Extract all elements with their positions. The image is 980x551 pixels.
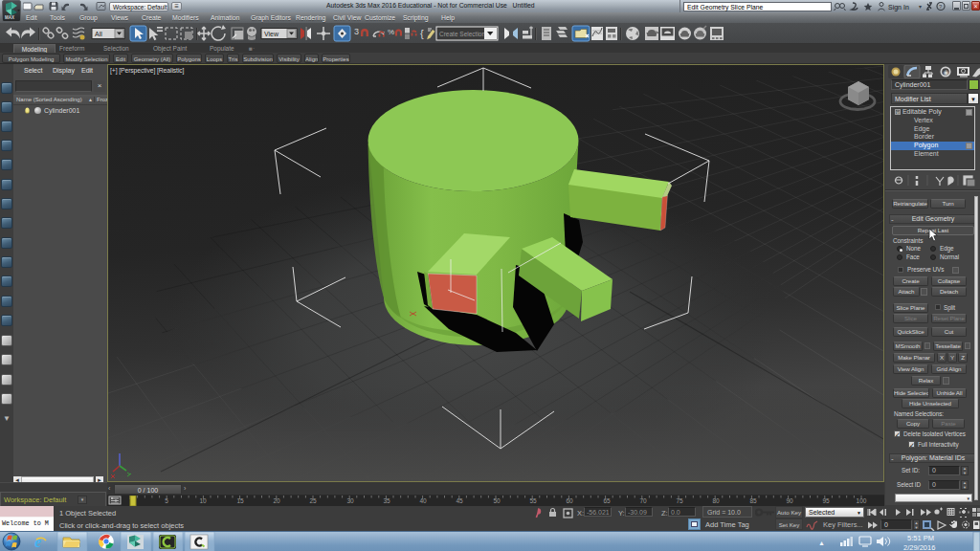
svg-text:All: All <box>95 31 102 37</box>
svg-text:75: 75 <box>676 497 683 504</box>
svg-text:5:51 PM: 5:51 PM <box>907 534 934 542</box>
svg-text:{: { <box>420 28 424 39</box>
svg-text:▲: ▲ <box>818 540 825 546</box>
svg-text:View: View <box>264 31 279 37</box>
svg-text:e: e <box>34 534 41 550</box>
svg-text:80: 80 <box>712 497 720 504</box>
svg-text:▾: ▾ <box>919 4 922 10</box>
svg-text:70: 70 <box>639 497 647 504</box>
svg-text:Sign In: Sign In <box>888 4 909 11</box>
svg-text:95: 95 <box>822 497 830 504</box>
svg-text:85: 85 <box>749 497 757 504</box>
svg-text:3: 3 <box>354 27 359 36</box>
svg-text:2/29/2016: 2/29/2016 <box>903 543 935 551</box>
svg-text:35: 35 <box>383 497 390 504</box>
svg-text:40: 40 <box>419 497 427 504</box>
svg-text:15: 15 <box>236 497 244 504</box>
svg-text:◉: ◉ <box>944 69 949 77</box>
svg-text:60: 60 <box>566 497 573 504</box>
svg-text:90: 90 <box>786 497 793 504</box>
svg-text:65: 65 <box>603 497 611 504</box>
svg-text:%: % <box>388 28 394 36</box>
svg-text:50: 50 <box>493 497 501 504</box>
svg-text:?: ? <box>939 4 943 10</box>
svg-text:30: 30 <box>346 497 354 504</box>
svg-text:MAX: MAX <box>5 15 14 20</box>
svg-text:55: 55 <box>529 497 537 504</box>
